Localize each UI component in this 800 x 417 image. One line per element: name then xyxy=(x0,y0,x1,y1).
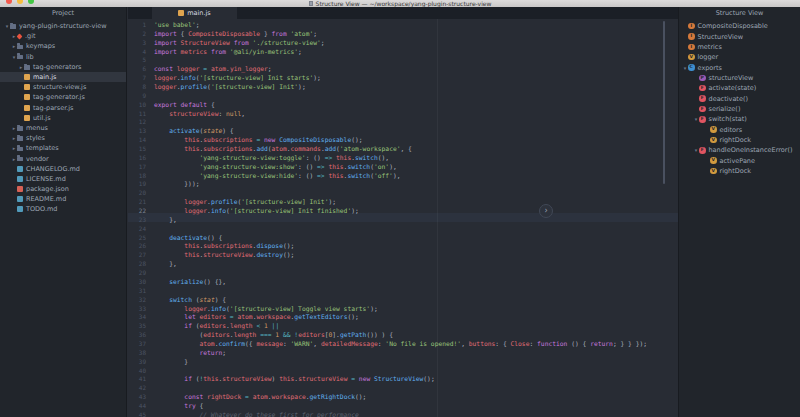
tree-item-tag-generator.js[interactable]: tag-generator.js xyxy=(0,92,126,102)
code-line[interactable]: atom.confirm({ message: 'WARN', detailed… xyxy=(154,340,678,349)
line-number[interactable]: 23 xyxy=(128,216,154,225)
code-line[interactable]: activate(state) { xyxy=(154,127,678,136)
tree-item-CHANGELOG.md[interactable]: CHANGELOG.md xyxy=(0,164,126,174)
tab-main-js[interactable]: main.js xyxy=(152,7,237,19)
code-line[interactable]: logger.profile('[structure-view] Init'); xyxy=(154,83,678,92)
line-number[interactable]: 34 xyxy=(128,313,154,322)
line-number[interactable]: 15 xyxy=(128,145,154,154)
code-line[interactable]: if (editors.length < 1 || xyxy=(154,322,678,331)
structure-item-structureView[interactable]: PstructureView xyxy=(679,73,800,83)
line-number[interactable]: 21 xyxy=(128,198,154,207)
tree-item-structure-view.js[interactable]: structure-view.js xyxy=(0,82,126,92)
structure-item-activePane[interactable]: VactivePane xyxy=(679,155,800,165)
structure-item-exports[interactable]: ▾Cexports xyxy=(679,62,800,72)
line-number[interactable]: 4 xyxy=(128,48,154,57)
tree-item-.git[interactable]: ▸.git xyxy=(0,31,126,41)
structure-item-CompositeDisposable[interactable]: ICompositeDisposable xyxy=(679,21,800,31)
line-number[interactable]: 2 xyxy=(128,30,154,39)
line-number[interactable]: 37 xyxy=(128,340,154,349)
code-line[interactable] xyxy=(154,384,678,393)
line-number[interactable]: 42 xyxy=(128,384,154,393)
tree-item-main.js[interactable]: main.js xyxy=(0,72,126,82)
line-number[interactable]: 13 xyxy=(128,127,154,136)
code-line[interactable]: // Whatever do these first for performan… xyxy=(154,411,678,417)
code-line[interactable]: import StructureView from './structure-v… xyxy=(154,39,678,48)
line-number[interactable]: 9 xyxy=(128,92,154,101)
line-number[interactable]: 10 xyxy=(128,101,154,110)
line-number[interactable]: 5 xyxy=(128,56,154,65)
line-number[interactable]: 25 xyxy=(128,234,154,243)
tree-item-vendor[interactable]: ▸vendor xyxy=(0,153,126,163)
line-number[interactable]: 43 xyxy=(128,393,154,402)
line-number[interactable]: 8 xyxy=(128,83,154,92)
code-line[interactable] xyxy=(154,189,678,198)
line-number[interactable]: 20 xyxy=(128,189,154,198)
tree-item-yang-plugin-structure-view[interactable]: ▾yang-plugin-structure-view xyxy=(0,21,126,31)
tree-item-styles[interactable]: ▸styles xyxy=(0,133,126,143)
tree-item-LICENSE.md[interactable]: LICENSE.md xyxy=(0,174,126,184)
structure-item-serialize()[interactable]: Fserialize() xyxy=(679,104,800,114)
code-line[interactable] xyxy=(154,287,678,296)
code-line[interactable]: 'yang-structure-view:toggle': () => this… xyxy=(154,154,678,163)
tree-item-templates[interactable]: ▸templates xyxy=(0,143,126,153)
code-line[interactable] xyxy=(154,269,678,278)
code-line[interactable]: logger.info('[structure-view] Init finis… xyxy=(154,207,678,216)
line-number[interactable]: 24 xyxy=(128,225,154,234)
tree-item-util.js[interactable]: util.js xyxy=(0,113,126,123)
line-number[interactable]: 14 xyxy=(128,136,154,145)
code-line[interactable]: logger.profile('[structure-view] Init'); xyxy=(154,198,678,207)
tree-item-tag-generators[interactable]: ▸tag-generators xyxy=(0,62,126,72)
line-number[interactable]: 12 xyxy=(128,118,154,127)
line-number[interactable]: 1 xyxy=(128,21,154,30)
line-number[interactable]: 3 xyxy=(128,39,154,48)
line-number[interactable]: 19 xyxy=(128,180,154,189)
line-number[interactable]: 29 xyxy=(128,269,154,278)
code-line[interactable]: this.subscriptions.add(atom.commands.add… xyxy=(154,145,678,154)
code-line[interactable]: 'yang-structure-view:show': () => this.s… xyxy=(154,163,678,172)
code-line[interactable]: const rightDock = atom.workspace.getRigh… xyxy=(154,393,678,402)
line-number[interactable]: 33 xyxy=(128,305,154,314)
code-line[interactable]: 'use babel'; xyxy=(154,21,678,30)
code-line[interactable]: import { CompositeDisposable } from 'ato… xyxy=(154,30,678,39)
tree-item-tag-parser.js[interactable]: tag-parser.js xyxy=(0,103,126,113)
line-number[interactable]: 7 xyxy=(128,74,154,83)
line-number[interactable]: 30 xyxy=(128,278,154,287)
code-line[interactable]: }, xyxy=(154,260,678,269)
line-number[interactable]: 31 xyxy=(128,287,154,296)
line-number[interactable]: 22 xyxy=(128,207,154,216)
code-line[interactable]: serialize() {}, xyxy=(154,278,678,287)
line-number[interactable]: 11 xyxy=(128,110,154,119)
line-number[interactable]: 40 xyxy=(128,367,154,376)
code-line[interactable]: this.structureView.destroy(); xyxy=(154,251,678,260)
code-line[interactable]: structureView: null, xyxy=(154,110,678,119)
code-line[interactable]: logger.info('[structure-view] Toggle vie… xyxy=(154,305,678,314)
dock-toggle-button[interactable]: › xyxy=(539,204,553,218)
code-line[interactable] xyxy=(154,56,678,65)
code-line[interactable] xyxy=(154,92,678,101)
code-line[interactable] xyxy=(154,225,678,234)
tree-item-README.md[interactable]: README.md xyxy=(0,194,126,204)
line-number[interactable]: 41 xyxy=(128,375,154,384)
structure-item-handleOneInstanceError()[interactable]: ▾FhandleOneInstanceError() xyxy=(679,145,800,155)
tree-item-package.json[interactable]: package.json xyxy=(0,184,126,194)
code-line[interactable]: const logger = atom.yin_logger; xyxy=(154,65,678,74)
structure-item-rightDock[interactable]: VrightDock xyxy=(679,166,800,176)
structure-item-editors[interactable]: Veditors xyxy=(679,124,800,134)
tree-item-keymaps[interactable]: ▸keymaps xyxy=(0,41,126,51)
code-line[interactable]: let editors = atom.workspace.getTextEdit… xyxy=(154,313,678,322)
code-line[interactable]: import metrics from '@ali/yin-metrics'; xyxy=(154,48,678,57)
structure-item-activate(state)[interactable]: Factivate(state) xyxy=(679,83,800,93)
code-line[interactable]: 'yang-structure-view:hide': () => this.s… xyxy=(154,172,678,181)
code-line[interactable]: switch (stat) { xyxy=(154,296,678,305)
code-line[interactable]: export default { xyxy=(154,101,678,110)
structure-item-deactivate()[interactable]: Fdeactivate() xyxy=(679,93,800,103)
line-number[interactable]: 6 xyxy=(128,65,154,74)
code-line[interactable] xyxy=(154,367,678,376)
code-line[interactable] xyxy=(154,118,678,127)
line-number[interactable]: 32 xyxy=(128,296,154,305)
line-number[interactable]: 39 xyxy=(128,358,154,367)
tree-item-menus[interactable]: ▸menus xyxy=(0,123,126,133)
code-line[interactable]: deactivate() { xyxy=(154,234,678,243)
code-line[interactable]: }, xyxy=(154,216,678,225)
line-number[interactable]: 16 xyxy=(128,154,154,163)
